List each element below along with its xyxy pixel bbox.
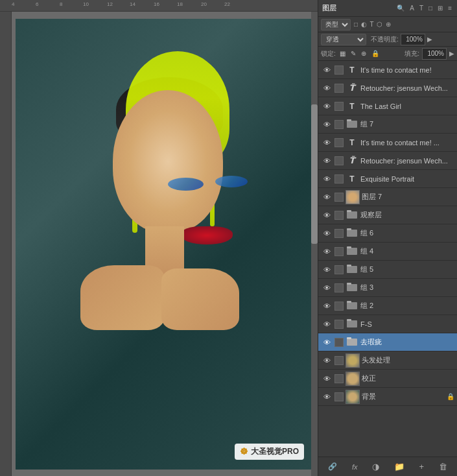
panel-menu-icon[interactable]: ≡ xyxy=(447,4,453,12)
layer-checkbox[interactable] xyxy=(334,156,344,165)
panel-shape-icon[interactable]: □ xyxy=(427,4,434,12)
layer-item[interactable]: 👁 组 5 xyxy=(318,261,457,279)
layer-visibility-icon[interactable]: 👁 xyxy=(321,175,333,183)
layer-thumbnail-person xyxy=(346,353,360,368)
layer-name: 图层 7 xyxy=(362,192,454,202)
layer-checkbox[interactable] xyxy=(334,65,344,75)
layer-checkbox[interactable] xyxy=(334,174,344,184)
layer-name: 组 3 xyxy=(360,283,454,292)
lips xyxy=(181,226,233,244)
footer-halftone-icon[interactable]: ◑ xyxy=(369,460,382,473)
layer-checkbox[interactable] xyxy=(334,102,344,111)
layer-checkbox[interactable] xyxy=(334,320,344,329)
opacity-label: 不透明度: xyxy=(371,35,399,44)
layer-item[interactable]: 👁 校正 xyxy=(318,370,457,388)
layer-visibility-icon[interactable]: 👁 xyxy=(321,139,333,147)
layer-checkbox[interactable] xyxy=(334,84,344,93)
layer-checkbox[interactable] xyxy=(334,283,344,292)
svg-rect-7 xyxy=(347,246,351,248)
layer-item[interactable]: 👁 图层 7 xyxy=(318,188,457,206)
layer-name: The Last Girl xyxy=(360,102,454,110)
eye-left xyxy=(168,178,204,191)
layer-visibility-icon[interactable]: 👁 xyxy=(321,102,333,110)
filter-type-icon[interactable]: T xyxy=(370,21,374,28)
layer-item[interactable]: 👁 T Exquisite Portrait xyxy=(318,170,457,188)
lock-all-icon[interactable]: 🔒 xyxy=(370,50,381,57)
layer-visibility-icon[interactable]: 👁 xyxy=(321,357,333,364)
layer-item[interactable]: 👁 组 6 xyxy=(318,224,457,243)
layer-item[interactable]: 👁 T It's time to contact me! xyxy=(318,61,457,79)
filter-type-select[interactable]: 类型 名称 效果 模式 属性 xyxy=(321,19,351,30)
footer-new-layer-icon[interactable]: + xyxy=(416,460,427,473)
filter-shape2-icon[interactable]: ⬡ xyxy=(377,21,382,28)
layer-visibility-icon[interactable]: 👁 xyxy=(321,302,333,310)
layer-checkbox[interactable] xyxy=(334,229,344,238)
layer-item[interactable]: 👁 T̃ Retoucher: jsensun Wech... xyxy=(318,152,457,170)
svg-rect-12 xyxy=(347,302,357,309)
opacity-input[interactable]: 100% xyxy=(401,34,425,45)
layer-checkbox[interactable] xyxy=(334,265,344,274)
footer-folder-icon[interactable]: 📁 xyxy=(392,460,407,473)
layer-item[interactable]: 👁 F-S xyxy=(318,315,457,333)
layer-visibility-icon[interactable]: 👁 xyxy=(321,230,333,237)
footer-delete-icon[interactable]: 🗑 xyxy=(436,460,450,473)
layer-checkbox[interactable] xyxy=(334,193,344,202)
layer-checkbox[interactable] xyxy=(334,392,344,401)
footer-fx-icon[interactable]: fx xyxy=(349,462,360,472)
layer-item[interactable]: 👁 组 7 xyxy=(318,115,457,134)
layer-name: 组 4 xyxy=(360,246,454,256)
layer-visibility-icon[interactable]: 👁 xyxy=(321,66,333,74)
layer-visibility-icon[interactable]: 👁 xyxy=(321,266,333,274)
layer-item[interactable]: 👁 组 4 xyxy=(318,243,457,261)
layer-checkbox[interactable] xyxy=(334,374,344,383)
panel-header-icons: 🔍 A T □ ⊞ ≡ xyxy=(395,4,453,12)
layer-checkbox[interactable] xyxy=(334,338,344,347)
layer-item[interactable]: 👁 T The Last Girl xyxy=(318,97,457,115)
layer-item-active[interactable]: 👁 去瑕疵 xyxy=(318,333,457,351)
panel-text-icon[interactable]: T xyxy=(418,4,425,12)
layer-item[interactable]: 👁 组 3 xyxy=(318,279,457,297)
svg-rect-10 xyxy=(347,284,357,291)
layer-visibility-icon[interactable]: 👁 xyxy=(321,375,333,383)
fill-arrow[interactable]: ▶ xyxy=(449,50,454,57)
layer-visibility-icon[interactable]: 👁 xyxy=(321,211,333,219)
panel-font-icon[interactable]: A xyxy=(408,4,416,12)
layer-visibility-icon[interactable]: 👁 xyxy=(321,193,333,201)
footer-link-icon[interactable]: 🔗 xyxy=(325,461,340,472)
blend-mode-select[interactable]: 穿透 正常 溶解 正片叠底 滤色 xyxy=(321,34,366,45)
fill-input[interactable] xyxy=(422,48,447,60)
layer-checkbox[interactable] xyxy=(334,356,344,365)
layer-checkbox[interactable] xyxy=(334,302,344,311)
layer-visibility-icon[interactable]: 👁 xyxy=(321,84,333,92)
layer-item[interactable]: 👁 组 2 xyxy=(318,297,457,315)
layer-item[interactable]: 👁 观察层 xyxy=(318,206,457,224)
layer-item[interactable]: 👁 背景 🔒 xyxy=(318,388,457,406)
opacity-arrow[interactable]: ▶ xyxy=(427,36,432,43)
filter-smart-icon[interactable]: ⊕ xyxy=(386,21,391,28)
layer-item[interactable]: 👁 T̃ Retoucher: jsensun Wech... xyxy=(318,79,457,97)
layer-checkbox[interactable] xyxy=(334,211,344,220)
layer-visibility-icon[interactable]: 👁 xyxy=(321,121,333,128)
lock-move-icon[interactable]: ⊕ xyxy=(360,50,368,57)
photo-background xyxy=(16,19,314,470)
layer-visibility-icon[interactable]: 👁 xyxy=(321,248,333,256)
layer-visibility-icon[interactable]: 👁 xyxy=(321,393,333,401)
layer-visibility-icon[interactable]: 👁 xyxy=(321,157,333,165)
filter-pixel-icon[interactable]: □ xyxy=(354,21,358,28)
layer-checkbox[interactable] xyxy=(334,138,344,147)
lock-checkerboard-icon[interactable]: ▦ xyxy=(338,50,347,57)
layer-visibility-icon[interactable]: 👁 xyxy=(321,320,333,328)
canvas-scrollbar[interactable] xyxy=(311,12,318,476)
layer-checkbox[interactable] xyxy=(334,247,344,256)
canvas-scrollbar-thumb[interactable] xyxy=(311,104,318,244)
layer-item[interactable]: 👁 T It's time to contact me! ... xyxy=(318,134,457,152)
panel-search-icon[interactable]: 🔍 xyxy=(395,4,406,12)
layer-item[interactable]: 👁 头发处理 xyxy=(318,351,457,370)
layer-visibility-icon[interactable]: 👁 xyxy=(321,284,333,292)
filter-adj-icon[interactable]: ◐ xyxy=(361,21,367,28)
layer-checkbox[interactable] xyxy=(334,120,344,129)
layers-list[interactable]: 👁 T It's time to contact me! 👁 T̃ Retouc… xyxy=(318,61,457,457)
lock-brush-icon[interactable]: ✎ xyxy=(349,50,357,57)
panel-grid-icon[interactable]: ⊞ xyxy=(436,4,444,12)
layer-visibility-icon[interactable]: 👁 xyxy=(321,339,333,346)
